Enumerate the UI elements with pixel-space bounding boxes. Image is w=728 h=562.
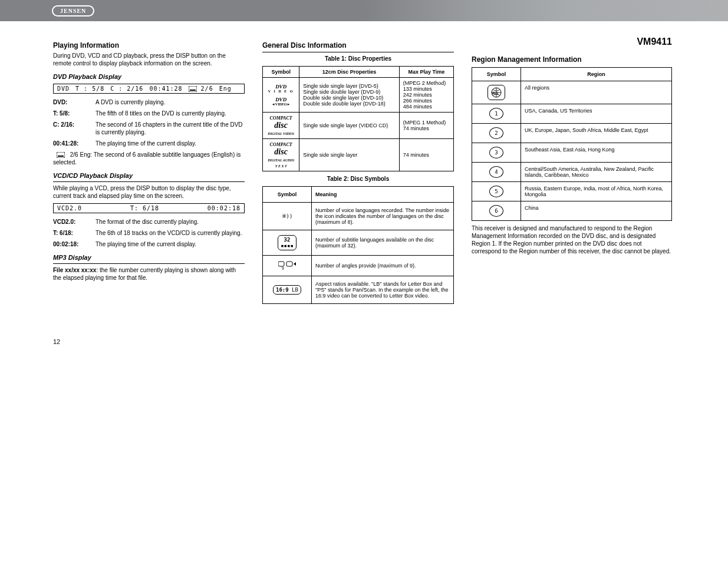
vcd-fields-list: VCD2.0:The format of the disc currently …	[53, 218, 245, 248]
reg-h1: Region	[521, 68, 672, 81]
dvd-video-icon: DVD◄VIDEO►	[266, 97, 295, 106]
column-left: Playing Information During DVD, VCD and …	[53, 33, 245, 308]
heading-dvd-playback: DVD Playback Display	[53, 73, 245, 80]
table-row: COMPACTdiscDIGITAL AUDIOT E X TSingle si…	[263, 139, 454, 171]
region-name-cell: Russia, Eastern Europe, India, most of A…	[521, 182, 672, 201]
brand-pill: JENSEN	[52, 5, 94, 16]
vcd-icon: COMPACTdiscDIGITAL VIDEO	[266, 115, 295, 136]
field-value: The fifth of 8 titles on the DVD is curr…	[95, 110, 245, 117]
table-row: ALLAll regions	[472, 81, 672, 104]
symbol-cell: 16:9 LB	[263, 276, 312, 304]
field-value: The playing time of the current display.	[95, 240, 245, 248]
svg-rect-3	[58, 156, 64, 157]
region-name-cell: China	[521, 201, 672, 221]
aspect-ratio-icon: 16:9 LB	[273, 285, 301, 295]
table-row: 16:9 LBAspect ratios available. "LB" sta…	[263, 276, 454, 304]
field-label: T: 5/8:	[53, 110, 95, 117]
meaning-cell: Number of subtitle languages available o…	[312, 230, 454, 256]
region-code-icon: 4	[489, 166, 503, 178]
dvd-field: DVD:A DVD is currently playing.	[53, 98, 245, 106]
table-row: 2UK, Europe, Japan, South Africa, Middle…	[472, 124, 672, 143]
field-label: 00:41:28:	[53, 140, 95, 147]
region-name-cell: UK, Europe, Japan, South Africa, Middle …	[521, 124, 672, 143]
table-disc-symbols: Symbol Meaning ⑧))Number of voice langua…	[262, 186, 454, 304]
region-symbol-cell: 2	[472, 124, 521, 143]
subtitle-count-icon: 32▪▪▪▪	[278, 235, 297, 250]
svg-text:ALL: ALL	[492, 91, 499, 95]
field-label: T: 6/18:	[53, 229, 95, 237]
vcd-field: T: 6/18:The 6th of 18 tracks on the VCD/…	[53, 229, 245, 237]
svg-marker-7	[294, 262, 296, 266]
table-row: 32▪▪▪▪Number of subtitle languages avail…	[263, 230, 454, 256]
globe-all-icon: ALL	[487, 85, 505, 100]
para-region: This receiver is designed and manufactur…	[472, 224, 672, 255]
t1-h1: 12cm Disc Properties	[299, 67, 399, 78]
disc-logo-cell: COMPACTdiscDIGITAL AUDIOT E X T	[263, 139, 299, 171]
meaning-cell: Number of voice languages recorded. The …	[312, 203, 454, 230]
field-label: C: 2/16:	[53, 121, 95, 136]
cd-audio-icon: COMPACTdiscDIGITAL AUDIOT E X T	[266, 141, 295, 168]
region-symbol-cell: 4	[472, 163, 521, 182]
table-regions: Symbol Region ALLAll regions1USA, Canada…	[472, 67, 672, 221]
region-symbol-cell: 5	[472, 182, 521, 201]
table-row: DVDV I D E ODVD◄VIDEO►Single side single…	[263, 78, 454, 113]
svg-rect-5	[286, 262, 292, 266]
region-code-icon: 6	[489, 205, 503, 217]
dvd-sublang-line: 2/6 Eng: The second of 6 available subti…	[53, 151, 245, 166]
para-vcdcd: While playing a VCD, press the DISP butt…	[53, 184, 245, 200]
multi-angle-icon: 9	[278, 262, 296, 268]
subtitle-icon: 2/6	[189, 85, 213, 92]
rule	[262, 52, 454, 52]
svg-rect-1	[190, 90, 196, 91]
symbol-cell: ⑧))	[263, 203, 312, 230]
dvd-field: 00:41:28:The playing time of the current…	[53, 140, 245, 147]
table-row: 3Southeast Asia, East Asia, Hong Kong	[472, 143, 672, 163]
field-value: A DVD is currently playing.	[95, 98, 245, 106]
region-name-cell: All regions	[521, 81, 672, 104]
region-name-cell: Southeast Asia, East Asia, Hong Kong	[521, 143, 672, 163]
dvd-video-icon: DVDV I D E O	[266, 84, 295, 93]
region-symbol-cell: ALL	[472, 81, 521, 104]
table-row: 6China	[472, 201, 672, 221]
dvd-status-type: DVD	[57, 85, 70, 92]
reg-h0: Symbol	[472, 68, 521, 81]
vcd-status-track: T: 6/18	[130, 205, 159, 211]
field-label: DVD:	[53, 98, 95, 106]
svg-rect-0	[189, 86, 197, 92]
heading-vcdcd: VCD/CD Playback Display	[53, 172, 245, 179]
disc-time-cell: (MPEG 2 Method) 133 minutes 242 minutes …	[399, 78, 453, 113]
vcd-status-time: 00:02:18	[207, 205, 241, 211]
dvd-field: C: 2/16:The second of 16 chapters in the…	[53, 121, 245, 136]
table-row: 4Central/South America, Australia, New Z…	[472, 163, 672, 182]
region-name-cell: Central/South America, Australia, New Ze…	[521, 163, 672, 182]
voice-languages-icon: ⑧))	[282, 213, 293, 219]
symbol-cell: 32▪▪▪▪	[263, 230, 312, 256]
region-code-icon: 2	[489, 127, 503, 139]
vcd-field: VCD2.0:The format of the disc currently …	[53, 218, 245, 226]
heading-region: Region Management Information	[472, 55, 672, 64]
svg-text:9: 9	[282, 266, 284, 270]
table-row: COMPACTdiscDIGITAL VIDEOSingle side sing…	[263, 113, 454, 139]
field-value: The playing time of the current display.	[95, 140, 245, 147]
column-right: VM9411 Region Management Information Sym…	[472, 33, 672, 308]
region-code-icon: 1	[489, 108, 503, 120]
table-row: 5Russia, Eastern Europe, India, most of …	[472, 182, 672, 201]
dvd-status-chapter: C : 2/16	[110, 85, 143, 92]
field-value: The 6th of 18 tracks on the VCD/CD is cu…	[95, 229, 245, 237]
meaning-cell: Aspect ratios available. "LB" stands for…	[312, 276, 454, 304]
region-code-icon: 3	[489, 147, 503, 158]
column-middle: General Disc Information Table 1: Disc P…	[262, 33, 454, 308]
table-row: ⑧))Number of voice languages recorded. T…	[263, 203, 454, 230]
disc-prop-cell: Single side single layer (VIDEO CD)	[299, 113, 399, 139]
table-disc-properties: Symbol 12cm Disc Properties Max Play Tim…	[262, 66, 454, 171]
meaning-cell: Number of angles provide (maximum of 9).	[312, 256, 454, 276]
field-value: The format of the disc currently playing…	[95, 218, 245, 226]
region-name-cell: USA, Canada, US Territories	[521, 104, 672, 124]
dvd-status-title: T : 5/8	[75, 85, 104, 92]
dvd-status-lang: Eng	[219, 85, 232, 92]
vcd-field: 00:02:18:The playing time of the current…	[53, 240, 245, 248]
disc-logo-cell: COMPACTdiscDIGITAL VIDEO	[263, 113, 299, 139]
product-model: VM9411	[472, 37, 672, 47]
table-row: 9Number of angles provide (maximum of 9)…	[263, 256, 454, 276]
header-bar: JENSEN	[0, 0, 728, 21]
